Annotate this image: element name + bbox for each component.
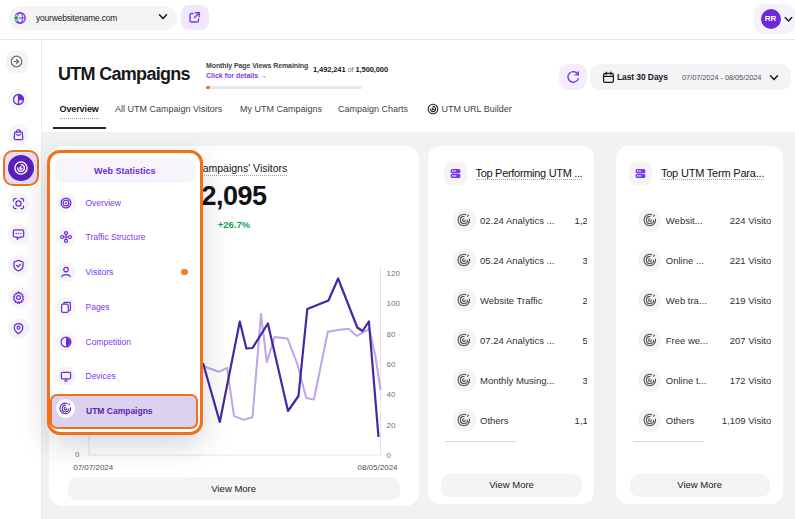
svg-text:20: 20 bbox=[386, 421, 395, 430]
svg-text:08/05/2024: 08/05/2024 bbox=[357, 463, 398, 472]
svg-text:120: 120 bbox=[386, 269, 400, 278]
svg-text:100: 100 bbox=[386, 299, 400, 308]
svg-text:40: 40 bbox=[386, 390, 395, 399]
svg-text:60: 60 bbox=[386, 360, 395, 369]
svg-text:80: 80 bbox=[386, 330, 395, 339]
svg-text:07/07/2024: 07/07/2024 bbox=[73, 463, 114, 472]
svg-text:0: 0 bbox=[75, 450, 80, 459]
svg-text:0: 0 bbox=[386, 451, 391, 460]
